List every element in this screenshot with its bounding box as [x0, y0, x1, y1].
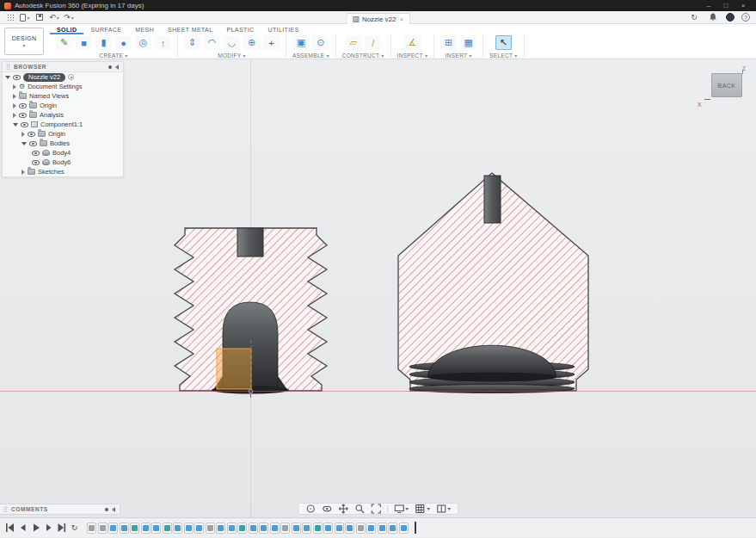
group-label-create[interactable]: CREATE▾	[56, 53, 171, 59]
view-cube[interactable]: Z BACK X	[698, 66, 747, 108]
timeline-feature-icon[interactable]	[399, 523, 409, 534]
look-at-button[interactable]	[322, 504, 332, 514]
browser-item-named-views[interactable]: Named Views	[3, 91, 123, 101]
tool-select[interactable]: ↖	[495, 35, 512, 50]
tab-sheet-metal[interactable]: SHEET METAL	[161, 26, 219, 34]
timeline-play-button[interactable]	[30, 523, 41, 534]
timeline-feature-icon[interactable]	[378, 523, 387, 534]
expand-icon[interactable]	[13, 123, 18, 127]
maximize-button[interactable]: □	[717, 0, 734, 11]
browser-item-analysis[interactable]: Analysis	[3, 110, 123, 120]
timeline-feature-icon[interactable]	[163, 523, 172, 534]
tab-solid[interactable]: SOLID	[50, 26, 83, 34]
data-panel-toggle[interactable]	[4, 12, 16, 23]
save-button[interactable]	[34, 12, 46, 23]
pan-button[interactable]	[338, 504, 348, 514]
timeline-skip-start-button[interactable]	[4, 523, 15, 534]
timeline-step-back-button[interactable]	[17, 523, 28, 534]
drag-handle-icon[interactable]	[3, 506, 8, 512]
tool-combine[interactable]: ⊕	[243, 35, 260, 50]
timeline-feature-icon[interactable]	[216, 523, 225, 534]
timeline-feature-icon[interactable]	[194, 523, 204, 534]
expand-icon[interactable]	[13, 84, 16, 90]
tool-insert-mesh[interactable]: ⊞	[440, 35, 457, 50]
timeline-feature-icon[interactable]	[98, 523, 108, 534]
right-body-top-bore[interactable]	[484, 176, 501, 223]
timeline-feature-icon[interactable]	[388, 523, 397, 534]
timeline-skip-end-button[interactable]	[56, 523, 67, 534]
viewports-button[interactable]	[436, 504, 452, 514]
selection-highlight[interactable]	[217, 349, 251, 389]
timeline-feature-icon[interactable]	[249, 523, 258, 534]
tab-plastic[interactable]: PLASTIC	[219, 26, 261, 34]
document-tab[interactable]: Nozzle v22 ×	[346, 13, 410, 24]
browser-item-body4[interactable]: Body4	[3, 148, 123, 158]
expand-icon[interactable]	[5, 76, 10, 79]
redo-button[interactable]: ↷▾	[63, 12, 75, 23]
zoom-button[interactable]	[354, 504, 365, 514]
browser-item-origin[interactable]: Origin	[3, 101, 123, 110]
timeline-feature-icon[interactable]	[302, 523, 311, 534]
timeline-feature-icon[interactable]	[366, 523, 376, 534]
view-cube-face[interactable]: BACK	[711, 73, 742, 97]
timeline-feature-icon[interactable]	[184, 523, 194, 534]
group-label-inspect[interactable]: INSPECT▾	[397, 53, 428, 59]
active-document-radio[interactable]	[68, 74, 74, 80]
timeline-feature-icon[interactable]	[335, 523, 344, 534]
expand-icon[interactable]	[13, 103, 16, 108]
browser-item-sketches[interactable]: Sketches	[3, 167, 123, 176]
tool-new-component[interactable]: ▣	[292, 35, 309, 50]
timeline-feature-icon[interactable]	[151, 523, 161, 534]
expand-icon[interactable]	[13, 113, 16, 118]
timeline-feature-icon[interactable]	[323, 523, 333, 534]
document-tab-close-icon[interactable]: ×	[399, 15, 403, 23]
tool-move-copy[interactable]: +	[263, 35, 280, 50]
viewport[interactable]: BROWSER Nozzle v22 ⚙ Document Settings N…	[0, 59, 756, 517]
timeline-feature-icon[interactable]	[237, 523, 247, 534]
browser-item-body6[interactable]: Body6	[3, 158, 123, 167]
timeline-feature-icon[interactable]	[313, 523, 323, 534]
group-label-modify[interactable]: MODIFY▾	[184, 53, 280, 59]
visibility-eye-icon[interactable]	[32, 151, 40, 156]
tool-torus[interactable]: ◎	[135, 35, 151, 50]
display-settings-button[interactable]	[394, 504, 409, 514]
timeline-feature-icon[interactable]	[173, 523, 182, 534]
tool-box[interactable]: ■	[76, 35, 92, 50]
grid-and-snaps-button[interactable]	[415, 504, 430, 514]
timeline-feature-icon[interactable]	[345, 523, 354, 534]
tab-surface[interactable]: SURFACE	[83, 26, 128, 34]
visibility-eye-icon[interactable]	[28, 132, 35, 137]
group-label-insert[interactable]: INSERT▾	[440, 53, 476, 59]
expand-icon[interactable]	[22, 170, 25, 175]
browser-item-root[interactable]: Nozzle v22	[3, 72, 123, 82]
file-button[interactable]: ▾	[19, 12, 31, 23]
timeline-feature-icon[interactable]	[206, 523, 215, 534]
visibility-eye-icon[interactable]	[21, 122, 28, 127]
timeline-step-forward-button[interactable]	[43, 523, 54, 534]
expand-icon[interactable]	[13, 94, 16, 99]
help-button[interactable]: ?	[741, 13, 750, 22]
job-status-button[interactable]: ↻	[688, 12, 700, 23]
timeline-feature-icon[interactable]	[227, 523, 237, 534]
browser-item-document-settings[interactable]: ⚙ Document Settings	[3, 82, 123, 91]
timeline-feature-icon[interactable]	[280, 523, 290, 534]
drag-handle-icon[interactable]	[6, 64, 10, 70]
timeline-feature-icon[interactable]	[120, 523, 129, 534]
tool-decal[interactable]: ▦	[460, 35, 476, 50]
browser-item-component-origin[interactable]: Origin	[3, 129, 123, 139]
undo-button[interactable]: ↶▾	[48, 12, 60, 23]
tool-cylinder[interactable]: ▮	[95, 35, 112, 50]
timeline-feature-icon[interactable]	[130, 523, 139, 534]
orbit-button[interactable]	[305, 504, 316, 514]
group-label-select[interactable]: SELECT▾	[489, 53, 517, 59]
group-label-assemble[interactable]: ASSEMBLE▾	[292, 53, 329, 59]
notifications-button[interactable]	[707, 12, 719, 23]
comments-header[interactable]: COMMENTS	[0, 504, 120, 515]
minimize-button[interactable]: –	[700, 0, 717, 11]
fit-button[interactable]	[371, 504, 381, 514]
timeline-feature-icon[interactable]	[259, 523, 268, 534]
tab-mesh[interactable]: MESH	[128, 26, 161, 34]
timeline-replay-button[interactable]: ↻	[69, 523, 80, 532]
browser-header[interactable]: BROWSER	[3, 62, 123, 72]
visibility-eye-icon[interactable]	[13, 75, 21, 80]
